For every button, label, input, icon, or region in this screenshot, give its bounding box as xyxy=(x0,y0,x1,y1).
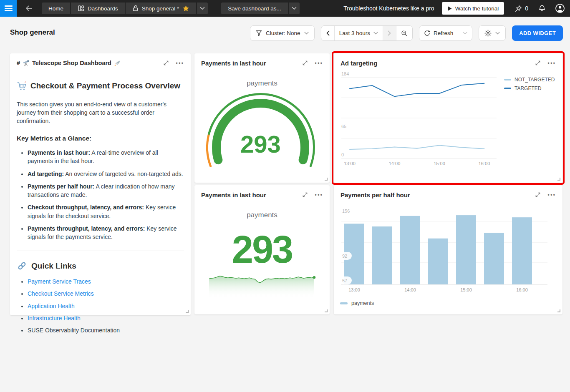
bar-chart-legend[interactable]: payments xyxy=(340,300,374,306)
markdown-heading-text: Checkout & Payment Process Overview xyxy=(30,80,180,92)
chevron-down-icon xyxy=(495,32,500,35)
key-metrics-list: Payments in last hour: A real-time overv… xyxy=(17,148,184,241)
payments-bar-chart: 156925713:0014:0015:0016:00 xyxy=(334,185,562,314)
cart-icon xyxy=(17,81,27,91)
link-icon xyxy=(17,261,27,271)
refresh-label: Refresh xyxy=(434,30,453,36)
widget-resize-handle[interactable] xyxy=(325,178,328,181)
quick-link[interactable]: Infrastructure Health xyxy=(28,315,81,322)
back-button[interactable] xyxy=(22,0,36,17)
quick-links-heading: Quick Links xyxy=(17,260,184,272)
key-metrics-heading: Key Metrics at a Glance: xyxy=(17,134,184,143)
tab-home-label: Home xyxy=(48,5,63,12)
dashboard-tabs: Home Dashboards Shop general * xyxy=(42,3,208,14)
time-forward-button[interactable] xyxy=(383,26,396,40)
watch-tutorial-button[interactable]: Watch the tutorial xyxy=(442,2,504,15)
svg-text:14:00: 14:00 xyxy=(389,161,401,166)
favorite-star-icon[interactable] xyxy=(182,5,189,12)
svg-text:57: 57 xyxy=(342,278,347,283)
tab-home[interactable]: Home xyxy=(42,3,70,14)
widget-menu-icon[interactable]: ••• xyxy=(315,60,323,66)
cluster-filter-label: Cluster: None xyxy=(266,30,300,36)
tab-dashboards[interactable]: Dashboards xyxy=(71,3,125,14)
refresh-dropdown-button[interactable] xyxy=(458,26,472,40)
quick-link[interactable]: Application Health xyxy=(28,303,75,309)
play-icon xyxy=(447,6,452,11)
number-widget-header: Payments in last hour ••• xyxy=(194,185,330,204)
page-title: Shop general xyxy=(10,28,55,37)
quick-link[interactable]: SUSE Observability Documentation xyxy=(28,327,120,334)
refresh-icon xyxy=(424,30,430,36)
time-range-label: Last 3 hours xyxy=(339,30,370,36)
svg-text:293: 293 xyxy=(240,131,281,158)
widget-resize-handle[interactable] xyxy=(186,310,189,313)
topbar-right-section: Troubleshoot Kubernetes like a pro Watch… xyxy=(343,2,570,15)
chevron-down-icon xyxy=(200,7,205,10)
dashboard-controls: Cluster: None Last 3 hours xyxy=(250,25,563,41)
time-back-button[interactable] xyxy=(321,26,334,40)
widget-ad-targeting: Ad targeting ••• 18465013:0014:0015:0016… xyxy=(334,53,562,183)
chevron-down-icon xyxy=(304,32,309,35)
tab-shop-general[interactable]: Shop general * xyxy=(126,3,196,14)
expand-widget-icon[interactable] xyxy=(163,60,169,66)
refresh-button[interactable]: Refresh xyxy=(419,26,458,40)
widget-payments-gauge: Payments in last hour ••• payments 293 xyxy=(194,53,330,183)
legend-swatch xyxy=(504,79,511,81)
payments-sparkline xyxy=(208,274,316,299)
quick-link-item: Application Health xyxy=(28,302,184,310)
widget-resize-handle[interactable] xyxy=(557,309,560,312)
expand-widget-icon[interactable] xyxy=(302,192,308,198)
quick-link-item: Infrastructure Health xyxy=(28,314,184,322)
quick-link[interactable]: Checkout Service Metrics xyxy=(28,290,94,297)
save-dropdown-button[interactable] xyxy=(289,3,300,14)
payments-big-number: 293 xyxy=(194,229,330,271)
quick-link-item: Checkout Service Metrics xyxy=(28,289,184,298)
metric-item: Payments per half hour: A clear indicati… xyxy=(28,182,184,199)
add-widget-button[interactable]: ADD WIDGET xyxy=(512,25,563,41)
number-metric-label: payments xyxy=(194,211,330,219)
widget-resize-handle[interactable] xyxy=(325,309,328,312)
notifications-button[interactable] xyxy=(538,5,546,12)
save-dashboard-as-button[interactable]: Save dashboard as... xyxy=(221,3,288,14)
hamburger-menu-button[interactable] xyxy=(0,0,17,17)
widget-resize-handle[interactable] xyxy=(557,178,560,181)
number-widget-title: Payments in last hour xyxy=(201,191,266,199)
svg-text:15:00: 15:00 xyxy=(460,287,472,292)
time-range-dropdown[interactable]: Last 3 hours xyxy=(334,26,383,40)
legend-item-targeted[interactable]: TARGETED xyxy=(504,85,555,91)
expand-widget-icon[interactable] xyxy=(302,60,308,66)
legend-swatch xyxy=(340,302,348,304)
chevron-left-icon xyxy=(326,30,330,36)
user-avatar[interactable] xyxy=(555,3,565,13)
widget-payments-per-half-hour: Payments per half hour ••• 156925713:001… xyxy=(334,185,562,314)
user-avatar-icon xyxy=(555,3,565,13)
widget-menu-icon[interactable]: ••• xyxy=(547,60,556,66)
markdown-title-text: Telescope Shop Dashboard xyxy=(32,60,111,66)
back-arrow-icon xyxy=(25,5,33,12)
pinned-items-button[interactable]: 0 xyxy=(515,5,528,12)
widget-menu-icon[interactable]: ••• xyxy=(315,192,323,198)
lock-open-icon xyxy=(132,5,139,12)
chevron-right-icon xyxy=(388,30,391,36)
expand-widget-icon[interactable] xyxy=(535,60,541,66)
svg-text:65: 65 xyxy=(341,124,346,129)
tab-shop-general-label: Shop general * xyxy=(142,5,179,12)
zoom-out-time-button[interactable] xyxy=(396,26,412,40)
quick-link[interactable]: Payment Service Traces xyxy=(28,278,91,285)
cluster-filter-button[interactable]: Cluster: None xyxy=(250,25,315,41)
expand-widget-icon[interactable] xyxy=(535,192,541,198)
chevron-down-icon xyxy=(292,7,297,10)
widget-menu-icon[interactable]: ••• xyxy=(176,60,184,66)
gauge-widget-title: Payments in last hour xyxy=(201,60,266,67)
top-navigation-bar: Home Dashboards Shop general * xyxy=(0,0,570,17)
promo-text: Troubleshoot Kubernetes like a pro xyxy=(343,5,434,12)
bell-icon xyxy=(538,5,546,12)
tabs-dropdown-button[interactable] xyxy=(197,3,208,14)
svg-text:92: 92 xyxy=(342,254,347,259)
dashboard-settings-button[interactable] xyxy=(479,25,506,41)
widget-menu-icon[interactable]: ••• xyxy=(547,192,556,198)
svg-text:156: 156 xyxy=(342,209,350,214)
dashboards-icon xyxy=(78,5,84,12)
ad-targeting-line-chart: 18465013:0014:0015:0016:00 xyxy=(334,53,562,183)
legend-item-not_targeted[interactable]: NOT_TARGETED xyxy=(504,77,555,83)
